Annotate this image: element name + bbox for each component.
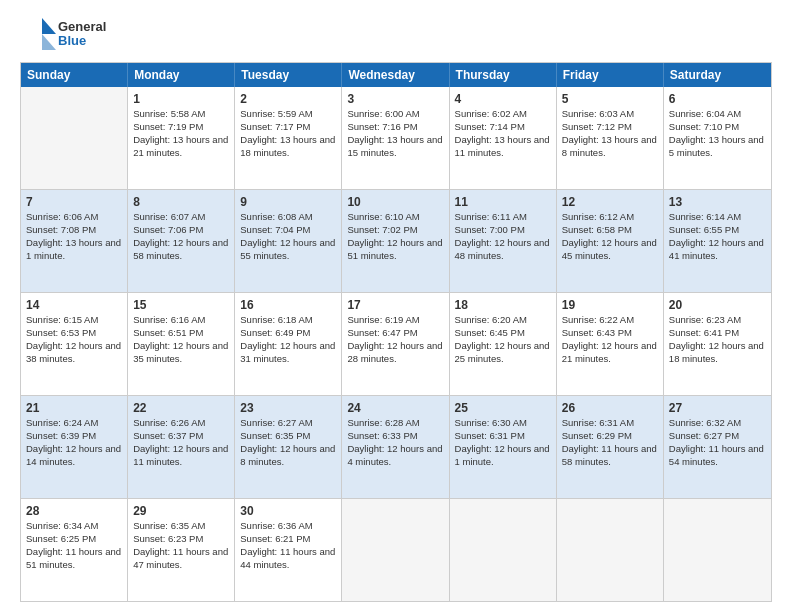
day-number: 21 [26,400,122,416]
daylight-text: Daylight: 12 hours and 14 minutes. [26,443,121,467]
day-header-monday: Monday [128,63,235,87]
sunset-text: Sunset: 6:53 PM [26,327,96,338]
daylight-text: Daylight: 11 hours and 47 minutes. [133,546,228,570]
sunrise-text: Sunrise: 6:35 AM [133,520,205,531]
sunset-text: Sunset: 6:39 PM [26,430,96,441]
daylight-text: Daylight: 12 hours and 45 minutes. [562,237,657,261]
day-cell-17: 17Sunrise: 6:19 AMSunset: 6:47 PMDayligh… [342,293,449,395]
day-cell-15: 15Sunrise: 6:16 AMSunset: 6:51 PMDayligh… [128,293,235,395]
day-number: 27 [669,400,766,416]
sunrise-text: Sunrise: 6:03 AM [562,108,634,119]
day-cell-29: 29Sunrise: 6:35 AMSunset: 6:23 PMDayligh… [128,499,235,601]
sunset-text: Sunset: 6:51 PM [133,327,203,338]
sunrise-text: Sunrise: 6:14 AM [669,211,741,222]
day-cell-21: 21Sunrise: 6:24 AMSunset: 6:39 PMDayligh… [21,396,128,498]
calendar: SundayMondayTuesdayWednesdayThursdayFrid… [20,62,772,602]
sunrise-text: Sunrise: 6:00 AM [347,108,419,119]
daylight-text: Daylight: 12 hours and 4 minutes. [347,443,442,467]
daylight-text: Daylight: 12 hours and 55 minutes. [240,237,335,261]
day-header-saturday: Saturday [664,63,771,87]
day-number: 22 [133,400,229,416]
sunset-text: Sunset: 7:10 PM [669,121,739,132]
sunset-text: Sunset: 6:31 PM [455,430,525,441]
day-number: 17 [347,297,443,313]
daylight-text: Daylight: 13 hours and 11 minutes. [455,134,550,158]
day-number: 14 [26,297,122,313]
day-number: 8 [133,194,229,210]
sunset-text: Sunset: 6:55 PM [669,224,739,235]
day-number: 6 [669,91,766,107]
day-cell-25: 25Sunrise: 6:30 AMSunset: 6:31 PMDayligh… [450,396,557,498]
daylight-text: Daylight: 12 hours and 21 minutes. [562,340,657,364]
day-cell-18: 18Sunrise: 6:20 AMSunset: 6:45 PMDayligh… [450,293,557,395]
sunset-text: Sunset: 6:41 PM [669,327,739,338]
header: General Blue [20,16,772,52]
day-number: 2 [240,91,336,107]
day-number: 16 [240,297,336,313]
day-number: 15 [133,297,229,313]
daylight-text: Daylight: 12 hours and 58 minutes. [133,237,228,261]
day-cell-1: 1Sunrise: 5:58 AMSunset: 7:19 PMDaylight… [128,87,235,189]
daylight-text: Daylight: 12 hours and 41 minutes. [669,237,764,261]
page: General Blue SundayMondayTuesdayWednesda… [0,0,792,612]
day-header-wednesday: Wednesday [342,63,449,87]
daylight-text: Daylight: 12 hours and 25 minutes. [455,340,550,364]
day-cell-5: 5Sunrise: 6:03 AMSunset: 7:12 PMDaylight… [557,87,664,189]
sunrise-text: Sunrise: 6:08 AM [240,211,312,222]
daylight-text: Daylight: 12 hours and 11 minutes. [133,443,228,467]
daylight-text: Daylight: 12 hours and 28 minutes. [347,340,442,364]
sunset-text: Sunset: 6:29 PM [562,430,632,441]
sunrise-text: Sunrise: 6:30 AM [455,417,527,428]
sunset-text: Sunset: 7:19 PM [133,121,203,132]
day-cell-2: 2Sunrise: 5:59 AMSunset: 7:17 PMDaylight… [235,87,342,189]
day-number: 18 [455,297,551,313]
sunset-text: Sunset: 6:21 PM [240,533,310,544]
sunrise-text: Sunrise: 6:36 AM [240,520,312,531]
day-cell-6: 6Sunrise: 6:04 AMSunset: 7:10 PMDaylight… [664,87,771,189]
daylight-text: Daylight: 13 hours and 5 minutes. [669,134,764,158]
daylight-text: Daylight: 12 hours and 31 minutes. [240,340,335,364]
day-cell-23: 23Sunrise: 6:27 AMSunset: 6:35 PMDayligh… [235,396,342,498]
day-number: 1 [133,91,229,107]
day-cell-20: 20Sunrise: 6:23 AMSunset: 6:41 PMDayligh… [664,293,771,395]
daylight-text: Daylight: 12 hours and 8 minutes. [240,443,335,467]
sunset-text: Sunset: 7:02 PM [347,224,417,235]
sunrise-text: Sunrise: 6:04 AM [669,108,741,119]
sunrise-text: Sunrise: 6:23 AM [669,314,741,325]
daylight-text: Daylight: 12 hours and 18 minutes. [669,340,764,364]
day-cell-30: 30Sunrise: 6:36 AMSunset: 6:21 PMDayligh… [235,499,342,601]
sunrise-text: Sunrise: 6:28 AM [347,417,419,428]
day-number: 9 [240,194,336,210]
daylight-text: Daylight: 12 hours and 51 minutes. [347,237,442,261]
day-number: 19 [562,297,658,313]
sunrise-text: Sunrise: 5:58 AM [133,108,205,119]
empty-cell [21,87,128,189]
day-header-friday: Friday [557,63,664,87]
day-cell-22: 22Sunrise: 6:26 AMSunset: 6:37 PMDayligh… [128,396,235,498]
sunset-text: Sunset: 7:16 PM [347,121,417,132]
day-number: 11 [455,194,551,210]
sunset-text: Sunset: 6:49 PM [240,327,310,338]
day-cell-12: 12Sunrise: 6:12 AMSunset: 6:58 PMDayligh… [557,190,664,292]
sunset-text: Sunset: 7:06 PM [133,224,203,235]
day-number: 10 [347,194,443,210]
sunrise-text: Sunrise: 6:18 AM [240,314,312,325]
empty-cell [664,499,771,601]
day-cell-14: 14Sunrise: 6:15 AMSunset: 6:53 PMDayligh… [21,293,128,395]
sunset-text: Sunset: 7:17 PM [240,121,310,132]
day-cell-9: 9Sunrise: 6:08 AMSunset: 7:04 PMDaylight… [235,190,342,292]
day-header-sunday: Sunday [21,63,128,87]
empty-cell [557,499,664,601]
day-cell-19: 19Sunrise: 6:22 AMSunset: 6:43 PMDayligh… [557,293,664,395]
day-number: 26 [562,400,658,416]
daylight-text: Daylight: 12 hours and 1 minute. [455,443,550,467]
day-number: 25 [455,400,551,416]
sunset-text: Sunset: 6:23 PM [133,533,203,544]
daylight-text: Daylight: 11 hours and 51 minutes. [26,546,121,570]
day-number: 23 [240,400,336,416]
sunrise-text: Sunrise: 6:31 AM [562,417,634,428]
day-number: 7 [26,194,122,210]
sunset-text: Sunset: 7:12 PM [562,121,632,132]
day-number: 30 [240,503,336,519]
day-number: 3 [347,91,443,107]
